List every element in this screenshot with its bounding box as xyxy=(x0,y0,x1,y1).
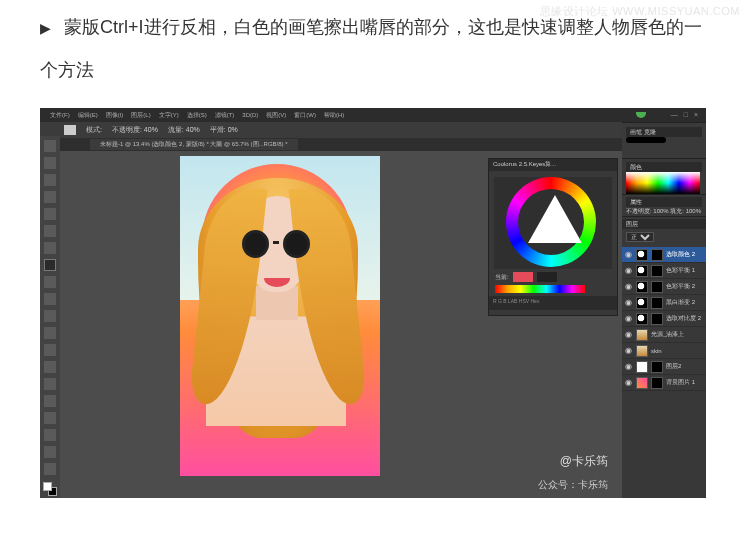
layer-mask-icon[interactable] xyxy=(651,249,663,261)
art-woman xyxy=(198,166,358,471)
layer-mask-icon[interactable] xyxy=(651,297,663,309)
picker-title: Coolorus 2.5.Keyes算... xyxy=(489,159,617,171)
tool-shape-icon[interactable] xyxy=(44,429,56,441)
menu-filter[interactable]: 滤镜(T) xyxy=(215,111,235,120)
hue-spectrum-slider[interactable] xyxy=(495,285,585,293)
color-panel-tab[interactable]: 颜色 xyxy=(626,162,702,172)
menu-3d[interactable]: 3D(D) xyxy=(242,112,258,118)
right-panel-column: 画笔 克隆 颜色 属性 不透明度: 100% 填充: 100% 图层 正常 ◉选… xyxy=(622,122,706,498)
layer-visibility-icon[interactable]: ◉ xyxy=(625,330,633,339)
layer-mask-icon[interactable] xyxy=(651,361,663,373)
menu-layer[interactable]: 图层(L) xyxy=(131,111,150,120)
layer-list: ◉选取颜色 2◉色彩平衡 1◉色彩平衡 2◉黑白渐变 2◉选取对比度 2◉光源_… xyxy=(622,247,706,391)
tool-path-icon[interactable] xyxy=(44,412,56,424)
page-watermark: 思缘设计论坛 WWW.MISSYUAN.COM xyxy=(540,4,740,19)
artboard[interactable] xyxy=(180,156,380,476)
layer-thumb-icon[interactable] xyxy=(636,249,648,261)
color-spectrum[interactable] xyxy=(626,172,700,194)
tool-zoom-icon[interactable] xyxy=(44,463,56,475)
tool-heal-icon[interactable] xyxy=(44,242,56,254)
menu-edit[interactable]: 编辑(E) xyxy=(78,111,98,120)
tool-lasso-icon[interactable] xyxy=(44,174,56,186)
fg-bg-swatch[interactable] xyxy=(43,482,57,496)
minimize-button[interactable]: — xyxy=(671,111,678,118)
sv-triangle-white[interactable] xyxy=(528,195,582,243)
layer-mask-icon[interactable] xyxy=(651,313,663,325)
menu-select[interactable]: 选择(S) xyxy=(187,111,207,120)
tool-type-icon[interactable] xyxy=(44,395,56,407)
close-button[interactable]: × xyxy=(694,111,698,118)
tool-move-icon[interactable] xyxy=(44,140,56,152)
layer-visibility-icon[interactable]: ◉ xyxy=(625,266,633,275)
layer-row[interactable]: ◉选取颜色 2 xyxy=(622,247,706,263)
opt-smooth[interactable]: 平滑: 0% xyxy=(210,125,238,135)
layer-visibility-icon[interactable]: ◉ xyxy=(625,346,633,355)
layer-row[interactable]: ◉光源_油漆上 xyxy=(622,327,706,343)
menu-view[interactable]: 视图(V) xyxy=(266,111,286,120)
tool-wand-icon[interactable] xyxy=(44,191,56,203)
layer-thumb-icon[interactable] xyxy=(636,329,648,341)
brush-panel-tab[interactable]: 画笔 克隆 xyxy=(626,127,702,137)
layer-visibility-icon[interactable]: ◉ xyxy=(625,362,633,371)
options-bar: 模式: 不透明度: 40% 流量: 40% 平滑: 0% xyxy=(40,122,706,138)
layer-row[interactable]: ◉背景图片 1 xyxy=(622,375,706,391)
layer-thumb-icon[interactable] xyxy=(636,281,648,293)
menu-help[interactable]: 帮助(H) xyxy=(324,111,344,120)
layer-visibility-icon[interactable]: ◉ xyxy=(625,282,633,291)
opt-mode[interactable]: 模式: xyxy=(86,125,102,135)
opt-flow[interactable]: 流量: 40% xyxy=(168,125,200,135)
tool-brush-icon[interactable] xyxy=(44,259,56,271)
tool-stamp-icon[interactable] xyxy=(44,276,56,288)
layers-controls: 正常 xyxy=(622,229,706,245)
layer-mask-icon[interactable] xyxy=(651,265,663,277)
properties-panel-tab[interactable]: 属性 xyxy=(626,197,702,207)
layer-visibility-icon[interactable]: ◉ xyxy=(625,298,633,307)
tool-hand-icon[interactable] xyxy=(44,446,56,458)
brush-preview-icon[interactable] xyxy=(64,125,76,135)
layer-thumb-icon[interactable] xyxy=(636,313,648,325)
layer-row[interactable]: ◉选取对比度 2 xyxy=(622,311,706,327)
tool-dodge-icon[interactable] xyxy=(44,361,56,373)
lens-bridge-icon xyxy=(273,241,279,244)
layer-thumb-icon[interactable] xyxy=(636,377,648,389)
menu-type[interactable]: 文字(Y) xyxy=(159,111,179,120)
color-wheel[interactable] xyxy=(494,177,612,269)
maximize-button[interactable]: □ xyxy=(684,111,688,118)
picker-footer: R G B LAB HSV Hex xyxy=(489,296,617,310)
menu-window[interactable]: 窗口(W) xyxy=(294,111,316,120)
tool-crop-icon[interactable] xyxy=(44,208,56,220)
tool-gradient-icon[interactable] xyxy=(44,327,56,339)
tool-eraser-icon[interactable] xyxy=(44,310,56,322)
opt-opacity[interactable]: 不透明度: 40% xyxy=(112,125,158,135)
tool-eyedrop-icon[interactable] xyxy=(44,225,56,237)
layer-row[interactable]: ◉色彩平衡 1 xyxy=(622,263,706,279)
layer-thumb-icon[interactable] xyxy=(636,361,648,373)
layer-row[interactable]: ◉图层2 xyxy=(622,359,706,375)
menu-file[interactable]: 文件(F) xyxy=(50,111,70,120)
layer-thumb-icon[interactable] xyxy=(636,265,648,277)
layer-row[interactable]: ◉skin xyxy=(622,343,706,359)
layer-row[interactable]: ◉黑白渐变 2 xyxy=(622,295,706,311)
layer-visibility-icon[interactable]: ◉ xyxy=(625,378,633,387)
tool-pen-icon[interactable] xyxy=(44,378,56,390)
picker-previous-swatch[interactable] xyxy=(537,272,557,282)
fg-color-swatch[interactable] xyxy=(43,482,52,491)
photoshop-screenshot: 文件(F) 编辑(E) 图像(I) 图层(L) 文字(Y) 选择(S) 滤镜(T… xyxy=(40,108,706,498)
properties-values: 不透明度: 100% 填充: 100% xyxy=(626,208,701,214)
layer-mask-icon[interactable] xyxy=(651,281,663,293)
document-tab[interactable]: 未标题-1 @ 13.4% (选取颜色 2, 蒙版/8) * 大脑 @ 65.7… xyxy=(90,139,298,150)
layer-row[interactable]: ◉色彩平衡 2 xyxy=(622,279,706,295)
tool-blur-icon[interactable] xyxy=(44,344,56,356)
layer-visibility-icon[interactable]: ◉ xyxy=(625,250,633,259)
tool-history-icon[interactable] xyxy=(44,293,56,305)
layer-thumb-icon[interactable] xyxy=(636,345,648,357)
color-picker-panel[interactable]: Coolorus 2.5.Keyes算... 当前: R G B LAB HSV… xyxy=(488,158,618,316)
layer-mask-icon[interactable] xyxy=(651,377,663,389)
blend-mode-select[interactable]: 正常 xyxy=(626,232,654,242)
layers-panel-tab[interactable]: 图层 xyxy=(622,219,706,229)
tool-marquee-icon[interactable] xyxy=(44,157,56,169)
picker-current-swatch[interactable] xyxy=(513,272,533,282)
layer-thumb-icon[interactable] xyxy=(636,297,648,309)
menu-image[interactable]: 图像(I) xyxy=(106,111,124,120)
layer-visibility-icon[interactable]: ◉ xyxy=(625,314,633,323)
